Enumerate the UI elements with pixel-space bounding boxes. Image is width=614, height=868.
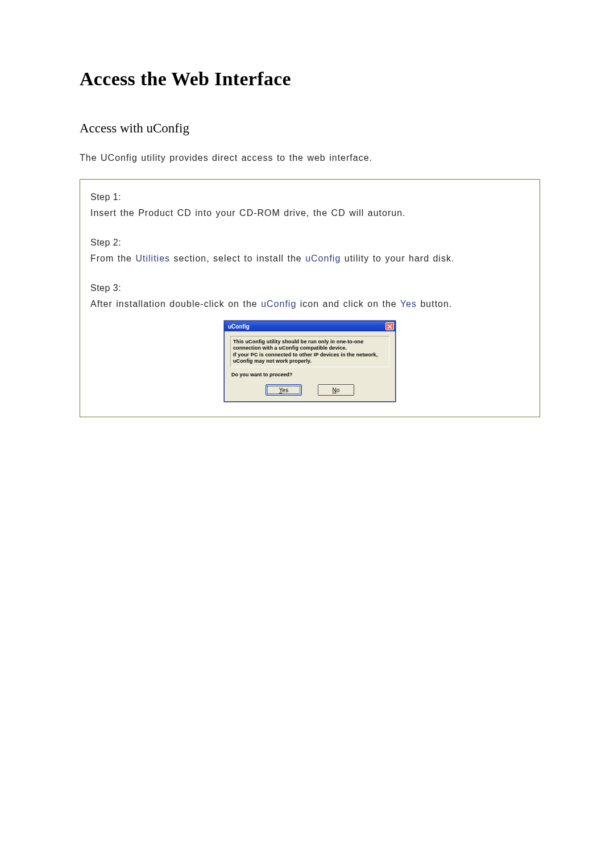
dialog-line: uConfig may not work properly. — [233, 358, 385, 364]
dialog-titlebar: uConfig — [225, 321, 395, 331]
dialog-line: This uConfig utility should be run only … — [233, 339, 385, 345]
keyword-uconfig: uConfig — [261, 299, 296, 309]
page-title: Access the Web Interface — [80, 68, 540, 90]
no-button[interactable]: No — [318, 384, 354, 396]
step-3-label: Step 3: — [90, 283, 529, 293]
step-2-body: From the Utilities section, select to in… — [90, 254, 529, 264]
text: o — [337, 387, 340, 393]
keyword-yes: Yes — [400, 299, 417, 309]
uconfig-dialog: uConfig This uConfig utility should be r… — [224, 321, 396, 402]
dialog-title: uConfig — [228, 323, 250, 330]
text: button. — [417, 299, 452, 309]
dialog-message: This uConfig utility should be run only … — [230, 336, 389, 367]
yes-button[interactable]: Yes — [265, 384, 302, 396]
dialog-question: Do you want to proceed? — [230, 372, 389, 377]
section-subtitle: Access with uConfig — [80, 121, 540, 136]
step-2-label: Step 2: — [90, 238, 529, 248]
text: From the — [90, 254, 135, 263]
step-1-body: Insert the Product CD into your CD-ROM d… — [90, 208, 529, 218]
steps-box: Step 1: Insert the Product CD into your … — [80, 179, 540, 417]
keyword-utilities: Utilities — [135, 254, 170, 263]
text: After installation double-click on the — [90, 299, 261, 309]
mnemonic: N — [333, 387, 337, 393]
text: es — [283, 387, 289, 393]
text: icon and click on the — [296, 299, 400, 309]
close-button[interactable] — [385, 322, 394, 330]
close-icon — [387, 324, 392, 329]
intro-text: The UConfig utility provides direct acce… — [80, 153, 540, 163]
step-1-label: Step 1: — [90, 192, 529, 202]
text: section, select to install the — [170, 254, 305, 263]
text: utility to your hard disk. — [341, 254, 454, 263]
dialog-line: If your PC is connected to other IP devi… — [233, 352, 385, 358]
step-3-body: After installation double-click on the u… — [90, 299, 529, 309]
dialog-line: connection with a uConfig compatible dev… — [233, 345, 385, 351]
keyword-uconfig: uConfig — [305, 254, 341, 263]
